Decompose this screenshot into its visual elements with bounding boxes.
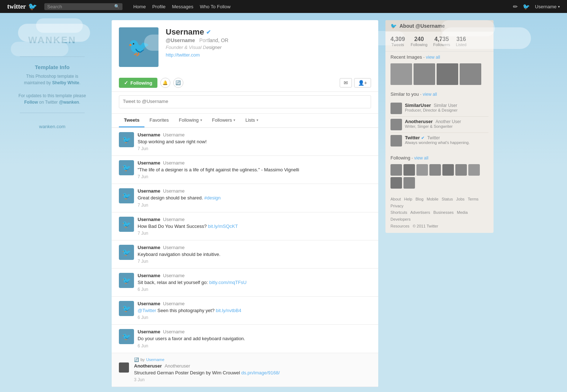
recent-images-view-all-link[interactable]: view all [426,55,440,60]
tweet-username[interactable]: Username [138,329,160,334]
handle-link[interactable]: @wanken [59,100,79,105]
tweet-hashtag-link[interactable]: #design [204,195,221,200]
footer-privacy-link[interactable]: Privacy [390,204,403,208]
retweet-button[interactable]: 🔄 [173,78,183,88]
footer-developers-link[interactable]: Developers [390,217,411,221]
tweet-username[interactable]: Username [138,160,160,166]
similar-item: SimilarUser Similar User Producer, Direc… [390,100,488,117]
tab-following-label: Following [179,117,199,123]
following-user-thumb[interactable] [416,164,428,176]
profile-handle: @Username [166,37,195,43]
tweet-handle: Username [163,217,185,222]
nav-profile[interactable]: Profile [152,4,166,9]
tweet-username[interactable]: Username [138,301,160,306]
tweet-body: Username Username Sit back, relax and le… [138,273,371,292]
image-thumb[interactable] [390,63,412,85]
tweet-username[interactable]: Username [138,245,160,250]
similar-user-name[interactable]: Anotheruser Another User [405,119,488,124]
tweet-username[interactable]: Username [138,132,160,138]
image-thumb[interactable] [437,63,458,85]
verified-badge-icon: ✔ [206,29,211,36]
image-thumb[interactable] [414,63,435,85]
tweet-mention-link[interactable]: @Twitter [138,308,156,313]
about-card-header: 🐦 About @Username [385,20,494,32]
tweet-body: Username Username "The life of a designe… [138,160,371,179]
following-view-all-link[interactable]: view all [414,156,428,161]
tweet-date: 6 Jun [138,315,371,320]
footer-help-link[interactable]: Help [404,197,412,201]
profile-handle-row: @Username Portland, OR [166,37,371,43]
tweet-url-link[interactable]: ds.pn/image/9168/ [241,370,280,375]
follow-area-right-buttons: ✉ 👤+ [340,78,371,87]
nav-who-to-follow[interactable]: Who To Follow [200,4,231,9]
search-bar[interactable]: 🔍 [44,3,122,10]
nav-home[interactable]: Home [133,4,146,9]
tweet-date: 7 Jun [138,231,371,236]
tweets-list: 🐦 Username Username Stop working and sav… [112,128,378,387]
tab-lists[interactable]: Lists ▾ [240,114,263,127]
tweet-username[interactable]: Anotheruser [134,363,162,369]
following-user-thumb[interactable] [390,164,402,176]
footer-media-link[interactable]: Media [457,210,468,215]
footer-copyright: © 2011 Twitter [413,224,438,228]
notifications-button[interactable]: 🔔 [160,78,170,88]
footer-jobs-link[interactable]: Jobs [456,197,464,201]
message-button[interactable]: ✉ [340,78,352,87]
following-user-thumb[interactable] [429,164,441,176]
stat-tweets-label: Tweets [390,42,405,47]
tweet-url-link[interactable]: bitly.com/mqTFsU [209,280,247,285]
following-user-thumb[interactable] [455,164,467,176]
envelope-icon: ✉ [344,80,348,86]
retweet-by-link[interactable]: Username [146,357,165,362]
tweet-input-area [112,92,378,114]
footer-shortcuts-link[interactable]: Shortcuts [390,210,407,215]
tweet-username[interactable]: Username [138,217,160,222]
tab-followers[interactable]: Followers ▾ [207,114,241,127]
following-button[interactable]: ✓ Following [119,78,157,88]
stat-followers-label: Followers [433,42,450,47]
tweet-url-link[interactable]: bit.ly/nvtbB4 [216,308,241,313]
tweet-input[interactable] [119,95,371,108]
tab-following[interactable]: Following ▾ [174,114,207,127]
add-to-list-button[interactable]: 👤+ [354,78,371,87]
tweet-text: How Bad Do You Want Success? bit.ly/mSQc… [138,223,371,230]
tweet-handle: Username [163,301,185,306]
following-user-thumb[interactable] [468,164,480,176]
following-user-thumb[interactable] [390,177,402,189]
similar-user-name[interactable]: Twitter ✔ Twitter [405,135,488,140]
following-user-thumb[interactable] [403,164,415,176]
footer-mobile-link[interactable]: Mobile [427,197,438,201]
footer-businesses-link[interactable]: Businesses [433,210,454,215]
profile-website-link[interactable]: http://twitter.com [166,52,200,58]
nav-messages[interactable]: Messages [172,4,193,9]
search-input[interactable] [47,4,112,9]
follow-link[interactable]: Follow [24,100,38,105]
compose-icon[interactable]: ✏ [513,3,518,10]
twitter-bird-small-icon[interactable]: 🐦 [523,3,530,10]
similar-user-name[interactable]: SimilarUser Similar User [405,103,488,108]
stat-following: 240 Following [411,36,427,47]
user-menu-button[interactable]: Username ▾ [535,4,560,9]
footer-advertisers-link[interactable]: Advertisers [410,210,430,215]
image-thumb[interactable] [460,63,481,85]
tweet-username[interactable]: Username [138,273,160,278]
footer-status-link[interactable]: Status [442,197,453,201]
following-user-thumb[interactable] [442,164,454,176]
tab-tweets[interactable]: Tweets [119,114,144,127]
bell-icon: 🔔 [162,80,168,85]
footer-about-link[interactable]: About [390,197,401,201]
tweet-url-link[interactable]: bit.ly/mSQcKT [208,224,238,229]
following-user-thumb[interactable] [403,177,415,189]
tweet-date: 7 Jun [138,259,371,264]
tweet-header: Username Username [138,301,371,306]
wanken-website-link[interactable]: wanken.com [39,124,66,129]
author-link[interactable]: Shelby White [52,80,79,85]
footer-terms-link[interactable]: Terms [468,197,478,201]
tweet-handle: Username [163,188,185,194]
tab-favorites[interactable]: Favorites [144,114,174,127]
recent-images-label: Recent Images · view all [385,51,494,61]
footer-blog-link[interactable]: Blog [416,197,424,201]
tweet-username[interactable]: Username [138,188,160,194]
similar-view-all-link[interactable]: view all [423,92,437,97]
footer-resources-link[interactable]: Resources [390,224,410,228]
